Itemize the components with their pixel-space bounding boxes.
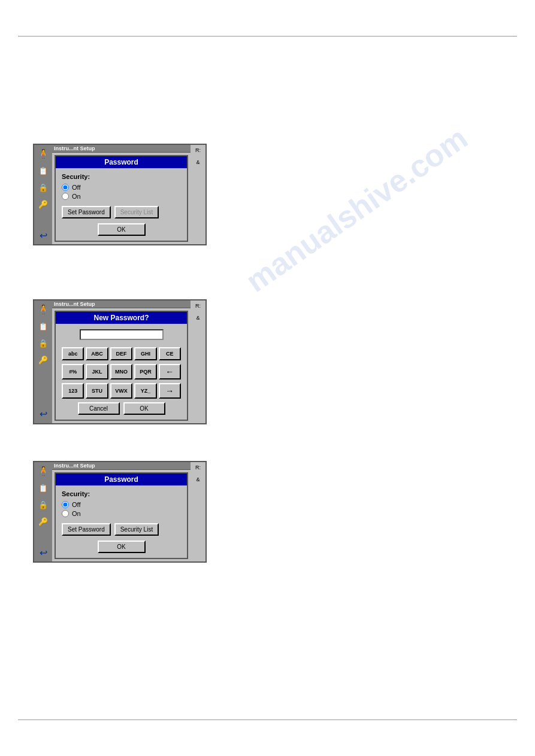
sidebar-back-icon-2[interactable]: ↩ (37, 408, 50, 421)
keypad-PQR[interactable]: PQR (134, 364, 156, 379)
right-r-2: R: (195, 303, 201, 309)
inst-title-1: Instru...nt Setup (52, 145, 191, 153)
radio-off-3[interactable]: Off (62, 501, 181, 508)
keypad-123[interactable]: 123 (62, 383, 84, 399)
dialog-area-1: Instru...nt Setup Password Security: Off… (52, 145, 191, 244)
sidebar-phone-icon-3[interactable]: 📋 (37, 481, 50, 494)
modal-title-3: Password (56, 473, 187, 485)
security-label-3: Security: (62, 490, 181, 497)
keypad-backspace[interactable]: ← (159, 364, 181, 379)
right-amp-1: & (196, 159, 200, 165)
sidebar-phone-icon-2[interactable]: 📋 (37, 320, 50, 333)
keypad-MNO[interactable]: MNO (110, 364, 132, 379)
radio-off-input-1[interactable] (62, 184, 69, 191)
sidebar-2: 🧍 📋 🔒 🔑 ↩ (34, 300, 52, 423)
right-amp-2: & (196, 315, 200, 321)
sidebar-person-icon[interactable]: 🧍 (37, 147, 50, 160)
sidebar-1: 🧍 📋 🔒 🔑 ↩ (34, 145, 52, 244)
set-password-btn-1[interactable]: Set Password (62, 206, 111, 218)
password-modal-1: Password Security: Off On (55, 155, 188, 242)
security-list-btn-3[interactable]: Security List (114, 523, 159, 536)
btn-row-3: Set Password Security List (62, 523, 181, 536)
sidebar-3: 🧍 📋 🔒 🔑 ↩ (34, 462, 52, 561)
sidebar-person-icon-2[interactable]: 🧍 (37, 303, 50, 316)
sidebar-back-icon-3[interactable]: ↩ (37, 546, 50, 559)
sidebar-person-icon-3[interactable]: 🧍 (37, 464, 50, 478)
right-amp-3: & (196, 476, 200, 482)
keypad-JKL[interactable]: JKL (86, 364, 108, 379)
keypad-STU[interactable]: STU (86, 383, 108, 399)
modal-body-1: Security: Off On Set Password Sec (56, 168, 187, 241)
sidebar-lock-icon-2[interactable]: 🔒 (37, 336, 50, 350)
right-panel-3: R: & (191, 462, 205, 561)
right-panel-2: R: & (191, 300, 205, 423)
keypad-row2: #% JKL MNO PQR ← (62, 364, 181, 379)
right-r-1: R: (195, 147, 201, 153)
password-text-input[interactable] (80, 329, 164, 340)
modal-title-1: Password (56, 156, 187, 168)
radio-on-label-1: On (72, 193, 81, 200)
sidebar-phone-icon[interactable]: 📋 (37, 164, 50, 177)
radio-group-1: Off On (62, 184, 181, 200)
sidebar-key-icon-2[interactable]: 🔑 (37, 353, 50, 366)
instrument-setup-2: 🧍 📋 🔒 🔑 ↩ Instru...nt Setup New Password… (33, 299, 207, 424)
security-list-btn-1[interactable]: Security List (114, 206, 159, 218)
radio-on-label-3: On (72, 510, 81, 517)
radio-off-1[interactable]: Off (62, 184, 181, 191)
right-r-3: R: (195, 464, 201, 470)
sidebar-lock-icon-3[interactable]: 🔒 (37, 498, 50, 511)
keypad-YZ[interactable]: YZ_ (134, 383, 156, 399)
set-password-btn-3[interactable]: Set Password (62, 523, 111, 536)
inst-title-2: Instru...nt Setup (52, 300, 191, 308)
radio-off-label-1: Off (72, 184, 80, 191)
password-modal-3: Password Security: Off On (55, 472, 188, 559)
ok-btn-2[interactable]: OK (123, 402, 165, 415)
new-password-modal: New Password? abc ABC DEF GHI CE (55, 311, 188, 421)
right-panel-1: R: & (191, 145, 205, 244)
ok-btn-1[interactable]: OK (98, 223, 146, 236)
keypad-CE[interactable]: CE (159, 347, 181, 360)
bottom-divider (18, 719, 517, 720)
keypad-abc[interactable]: abc (62, 347, 84, 360)
radio-on-1[interactable]: On (62, 193, 181, 200)
radio-off-label-3: Off (72, 501, 80, 508)
keypad-DEF[interactable]: DEF (110, 347, 132, 360)
keypad-forward[interactable]: → (159, 383, 181, 399)
inst-title-3: Instru...nt Setup (52, 462, 191, 470)
sidebar-key-icon-3[interactable]: 🔑 (37, 515, 50, 528)
dialog-area-3: Instru...nt Setup Password Security: Off… (52, 462, 191, 561)
keypad-hash[interactable]: #% (62, 364, 84, 379)
radio-group-3: Off On (62, 501, 181, 517)
instrument-setup-3: 🧍 📋 🔒 🔑 ↩ Instru...nt Setup Password Sec… (33, 461, 207, 563)
keypad-VWX[interactable]: VWX (110, 383, 132, 399)
modal-body-3: Security: Off On Set Password Sec (56, 485, 187, 558)
btn-row-1: Set Password Security List (62, 206, 181, 218)
keypad-row1: abc ABC DEF GHI CE (62, 347, 181, 360)
cancel-btn-2[interactable]: Cancel (78, 402, 120, 415)
dialog-1-wrapper: 🧍 📋 🔒 🔑 ↩ Instru...nt Setup Password Se (33, 144, 207, 245)
instrument-setup-1: 🧍 📋 🔒 🔑 ↩ Instru...nt Setup Password Se (33, 144, 207, 245)
sidebar-lock-icon[interactable]: 🔒 (37, 181, 50, 194)
keypad-ABC[interactable]: ABC (86, 347, 108, 360)
keypad-GHI[interactable]: GHI (134, 347, 156, 360)
dialog-3-wrapper: 🧍 📋 🔒 🔑 ↩ Instru...nt Setup Password Sec… (33, 461, 207, 563)
ok-btn-3[interactable]: OK (98, 541, 146, 553)
cancel-ok-row: Cancel OK (62, 402, 181, 415)
new-password-title: New Password? (56, 312, 187, 324)
new-password-body: abc ABC DEF GHI CE #% JKL MNO PQR ← (56, 324, 187, 420)
sidebar-back-icon[interactable]: ↩ (37, 229, 50, 242)
radio-on-3[interactable]: On (62, 510, 181, 517)
top-divider (18, 36, 517, 37)
watermark: manualshive.com (239, 120, 474, 299)
sidebar-key-icon[interactable]: 🔑 (37, 198, 50, 211)
radio-on-input-3[interactable] (62, 510, 69, 517)
keypad-row3: 123 STU VWX YZ_ → (62, 383, 181, 399)
security-label-1: Security: (62, 173, 181, 180)
radio-on-input-1[interactable] (62, 193, 69, 200)
dialog-2-wrapper: 🧍 📋 🔒 🔑 ↩ Instru...nt Setup New Password… (33, 299, 207, 424)
radio-off-input-3[interactable] (62, 501, 69, 508)
dialog-area-2: Instru...nt Setup New Password? abc ABC … (52, 300, 191, 423)
